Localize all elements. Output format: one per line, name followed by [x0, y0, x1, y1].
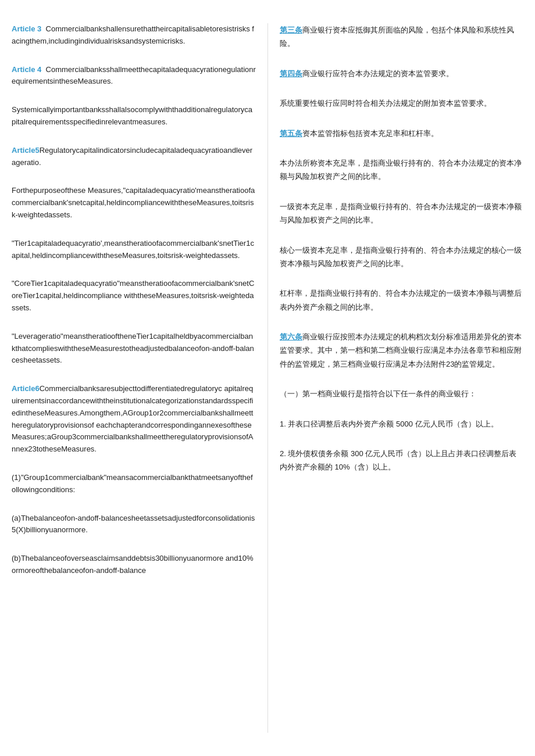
article4-zh-section: 第四条商业银行应符合本办法规定的资本监管要求。	[280, 67, 523, 80]
article4-zh-text: 第四条商业银行应符合本办法规定的资本监管要求。	[280, 67, 523, 80]
systemic-section: Systemicallyimportantbanksshallalsocompl…	[12, 104, 256, 128]
tier1def-zh-section: 一级资本充足率，是指商业银行持有的、符合本办法规定的一级资本净额与风险加权资产之…	[280, 200, 523, 227]
article6-left-text: Article6Commercialbanksaresubjecttodiffe…	[12, 383, 256, 456]
left-column: Article 3 Commercialbankshallensurethatt…	[12, 23, 268, 733]
coretier1def-left-text: "CoreTier1capitaladequacyratio"meansther…	[12, 278, 256, 314]
article5-zh-text: 第五条资本监管指标包括资本充足率和杠杆率。	[280, 127, 523, 140]
systemic-left-text: Systemicallyimportantbanksshallalsocompl…	[12, 104, 256, 128]
page-container: Article 3 Commercialbankshallensurethatt…	[0, 0, 535, 756]
article4-label: Article 4	[12, 65, 41, 74]
condB-zh-text: 2. 境外债权债务余额 300 亿元人民币（含）以上且占并表口径调整后表内外资产…	[280, 447, 523, 474]
leveragedef-section: "Leverageratio"meanstheratiooftheneTier1…	[12, 331, 256, 367]
capitaldef-zh-text: 本办法所称资本充足率，是指商业银行持有的、符合本办法规定的资本净额与风险加权资产…	[280, 156, 523, 184]
condA-zh-section: 1. 并表口径调整后表内外资产余额 5000 亿元人民币（含）以上。	[280, 417, 523, 431]
right-column: 第三条商业银行资本应抵御其所面临的风险，包括个体风险和系统性风险。 第四条商业银…	[268, 23, 523, 733]
article6-section: Article6Commercialbanksaresubjecttodiffe…	[12, 383, 256, 456]
article3-left-text: Article 3 Commercialbankshallensurethatt…	[12, 23, 256, 48]
condA-zh-text: 1. 并表口径调整后表内外资产余额 5000 亿元人民币（含）以上。	[280, 417, 523, 431]
condB-zh-section: 2. 境外债权债务余额 300 亿元人民币（含）以上且占并表口径调整后表内外资产…	[280, 447, 523, 474]
tier1def-zh-text: 一级资本充足率，是指商业银行持有的、符合本办法规定的一级资本净额与风险加权资产之…	[280, 200, 523, 227]
article4-section: Article 4 Commercialbanksshallmeetthecap…	[12, 64, 256, 88]
leveragedef-zh-text: 杠杆率，是指商业银行持有的、符合本办法规定的一级资本净额与调整后表内外资产余额之…	[280, 286, 523, 314]
article6-zh-section: 第六条商业银行应按照本办法规定的机构档次划分标准适用差异化的资本监管要求。其中，…	[280, 330, 523, 371]
article6-zh-text: 第六条商业银行应按照本办法规定的机构档次划分标准适用差异化的资本监管要求。其中，…	[280, 330, 523, 371]
systemic-zh-text: 系统重要性银行应同时符合相关办法规定的附加资本监管要求。	[280, 96, 523, 110]
article5-zh-section: 第五条资本监管指标包括资本充足率和杠杆率。	[280, 127, 523, 140]
article4-zh-label[interactable]: 第四条	[280, 69, 302, 78]
coretier1def-zh-section: 核心一级资本充足率，是指商业银行持有的、符合本办法规定的核心一级资本净额与风险加…	[280, 243, 523, 271]
article6-label: Article6	[12, 384, 40, 393]
group1def-zh-section: （一）第一档商业银行是指符合以下任一条件的商业银行：	[280, 387, 523, 400]
article4-left-text: Article 4 Commercialbanksshallmeetthecap…	[12, 64, 256, 88]
condB-section: (b)Thebalanceofoverseasclaimsanddebtsis3…	[12, 553, 256, 577]
article3-zh-label[interactable]: 第三条	[280, 26, 302, 34]
article3-label: Article 3	[12, 24, 41, 33]
article3-zh-section: 第三条商业银行资本应抵御其所面临的风险，包括个体风险和系统性风险。	[280, 23, 523, 51]
condB-left-text: (b)Thebalanceofoverseasclaimsanddebtsis3…	[12, 553, 256, 577]
tier1def-left-text: "Tier1capitaladequacyratio',meanstherati…	[12, 238, 256, 262]
article3-zh-text: 第三条商业银行资本应抵御其所面临的风险，包括个体风险和系统性风险。	[280, 23, 523, 51]
capitaldef-left-text: Forthepurposeofthese Measures,"capitalad…	[12, 185, 256, 221]
article5-label: Article5	[12, 146, 40, 155]
article6-zh-label[interactable]: 第六条	[280, 332, 302, 341]
group1def-left-text: (1)"Group1commercialbank"meansacommercia…	[12, 472, 256, 496]
article5-section: Article5Regulatorycapitalindicatorsinclu…	[12, 145, 256, 169]
coretier1def-zh-text: 核心一级资本充足率，是指商业银行持有的、符合本办法规定的核心一级资本净额与风险加…	[280, 243, 523, 271]
article5-left-text: Article5Regulatorycapitalindicatorsinclu…	[12, 145, 256, 169]
article5-zh-label[interactable]: 第五条	[280, 129, 302, 138]
capitaldef-section: Forthepurposeofthese Measures,"capitalad…	[12, 185, 256, 221]
article3-section: Article 3 Commercialbankshallensurethatt…	[12, 23, 256, 48]
leveragedef-zh-section: 杠杆率，是指商业银行持有的、符合本办法规定的一级资本净额与调整后表内外资产余额之…	[280, 286, 523, 314]
systemic-zh-section: 系统重要性银行应同时符合相关办法规定的附加资本监管要求。	[280, 96, 523, 110]
leveragedef-left-text: "Leverageratio"meanstheratiooftheneTier1…	[12, 331, 256, 367]
capitaldef-zh-section: 本办法所称资本充足率，是指商业银行持有的、符合本办法规定的资本净额与风险加权资产…	[280, 156, 523, 184]
condA-left-text: (a)Thebalanceofon-andoff-balancesheetass…	[12, 513, 256, 537]
group1def-zh-text: （一）第一档商业银行是指符合以下任一条件的商业银行：	[280, 387, 523, 400]
tier1def-section: "Tier1capitaladequacyratio',meanstherati…	[12, 238, 256, 262]
coretier1def-section: "CoreTier1capitaladequacyratio"meansther…	[12, 278, 256, 314]
group1def-section: (1)"Group1commercialbank"meansacommercia…	[12, 472, 256, 496]
condA-section: (a)Thebalanceofon-andoff-balancesheetass…	[12, 513, 256, 537]
